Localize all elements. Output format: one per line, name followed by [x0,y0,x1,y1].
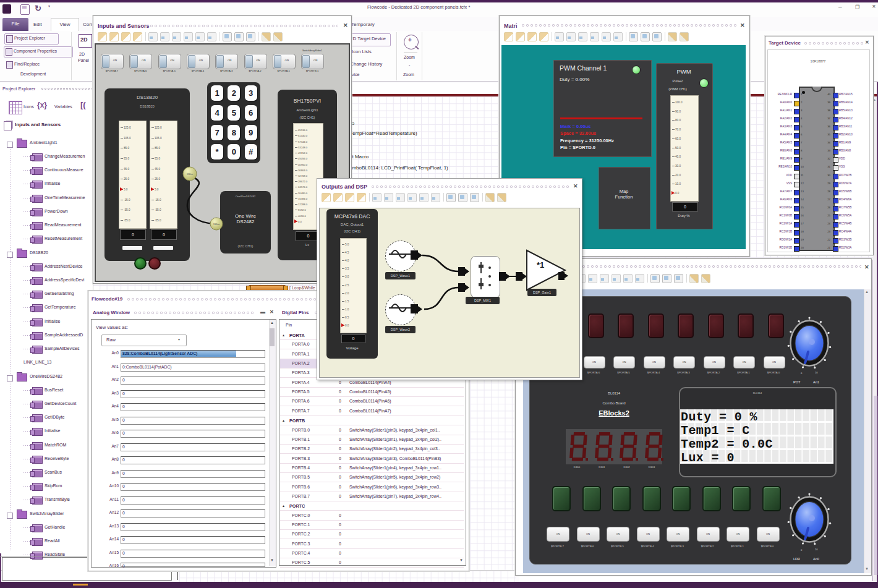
svg-text:1Wire: 1Wire [187,173,194,176]
svg-text:*1: *1 [537,260,544,270]
svg-text:1Wire: 1Wire [213,223,220,226]
